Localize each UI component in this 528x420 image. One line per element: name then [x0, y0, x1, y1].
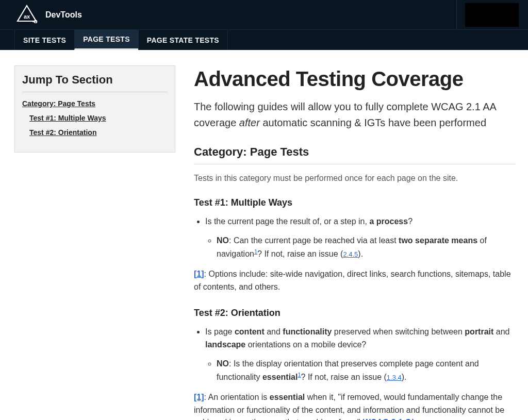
test1-no-pre: : Can the current page be reached via at… — [229, 236, 399, 245]
logo-icon: ax — [15, 5, 38, 25]
test1-no-post3: ). — [358, 249, 363, 258]
test2-q-mid3: and — [493, 327, 509, 336]
sidebar: Jump To Section Category: Page Tests Tes… — [14, 65, 175, 420]
jump-to-section-card: Jump To Section Category: Page Tests Tes… — [14, 65, 175, 153]
app-header: ax DevTools — [0, 0, 528, 29]
test2-fn-pre: : An orientation is — [204, 393, 270, 401]
test2-sc-link[interactable]: 1.3.4 — [387, 374, 402, 381]
test2-footnote-ref[interactable]: [1] — [194, 393, 204, 401]
tab-page-tests[interactable]: PAGE TESTS — [74, 30, 138, 50]
main-content: Advanced Testing Coverage The following … — [194, 65, 518, 420]
lead-post: automatic scanning & IGTs have been perf… — [260, 117, 486, 128]
test2-fn-bold: essential — [270, 393, 305, 401]
wcag-glossary-link[interactable]: WCAG 2.1 Glossary — [362, 418, 440, 420]
jump-title: Jump To Section — [22, 73, 168, 92]
header-right-placeholder — [465, 3, 519, 27]
test1-no-label: NO — [217, 236, 229, 245]
test2-title: Test #2: Orientation — [194, 308, 516, 318]
header-divider — [456, 0, 457, 29]
test2-no-post1: ? If not, raise an issue ( — [301, 373, 387, 381]
lead-em: after — [239, 117, 260, 128]
category-title: Category: Page Tests — [194, 145, 516, 164]
page-title: Advanced Testing Coverage — [194, 68, 516, 91]
test2-no-post2: ). — [402, 373, 407, 381]
svg-text:ax: ax — [24, 13, 30, 20]
test2-no-branch: NO: Is the display orientation that pres… — [217, 358, 516, 384]
jump-link-test1[interactable]: Test #1: Multiple Ways — [29, 114, 168, 122]
test1-q-pre: Is the current page the result of, or a … — [205, 217, 369, 226]
tab-page-state-tests[interactable]: PAGE STATE TESTS — [138, 30, 228, 50]
category-desc: Tests in this category must be performed… — [194, 174, 516, 183]
test1-no-bold: two separate means — [399, 236, 477, 245]
test2-no-bold: essential — [262, 373, 298, 381]
lead-paragraph: The following guides will allow you to f… — [194, 99, 516, 131]
brand-name: DevTools — [45, 10, 82, 20]
test1-footnote-text: : Options include: site-wide navigation,… — [194, 270, 511, 291]
test2-question: Is page content and functionality preser… — [205, 326, 516, 384]
test1-question: Is the current page the result of, or a … — [205, 215, 516, 261]
brand[interactable]: ax DevTools — [15, 5, 82, 25]
test1-q-post: ? — [408, 217, 412, 226]
test1-list: Is the current page the result of, or a … — [194, 215, 516, 261]
test2-inner-list: NO: Is the display orientation that pres… — [205, 358, 516, 384]
test2-list: Is page content and functionality preser… — [194, 326, 516, 384]
jump-link-category[interactable]: Category: Page Tests — [22, 99, 168, 108]
test1-sc-link[interactable]: 2.4.5 — [343, 250, 358, 258]
test2-q-mid1: and — [265, 327, 283, 336]
test1-title: Test #1: Multiple Ways — [194, 197, 516, 208]
test2-q-b1: content — [235, 327, 265, 336]
main-tabs: SITE TESTS PAGE TESTS PAGE STATE TESTS — [0, 29, 528, 50]
test2-q-mid2: preserved when switching between — [332, 327, 465, 336]
test1-q-bold: a process — [369, 217, 408, 226]
test1-footnote: [1]: Options include: site-wide navigati… — [194, 268, 516, 294]
test2-q-b2: functionality — [283, 327, 332, 336]
tab-site-tests[interactable]: SITE TESTS — [14, 30, 74, 50]
test2-q-b4: landscape — [205, 340, 245, 349]
content-container: Jump To Section Category: Page Tests Tes… — [0, 50, 528, 420]
test2-footnote: [1]: An orientation is essential when it… — [194, 391, 516, 420]
test2-no-label: NO — [217, 359, 229, 368]
test1-footnote-ref[interactable]: [1] — [194, 270, 204, 278]
test2-fn-post: . — [440, 418, 442, 420]
test1-no-branch: NO: Can the current page be reached via … — [217, 234, 516, 261]
jump-link-test2[interactable]: Test #2: Orientation — [29, 128, 168, 137]
test2-q-pre: Is page — [205, 327, 235, 336]
test2-q-b3: portrait — [465, 327, 493, 336]
test1-no-post2: ? If not, raise an issue ( — [257, 249, 343, 258]
test1-inner-list: NO: Can the current page be reached via … — [205, 234, 516, 261]
test2-q-post: orientations on a mobile device? — [245, 340, 366, 349]
